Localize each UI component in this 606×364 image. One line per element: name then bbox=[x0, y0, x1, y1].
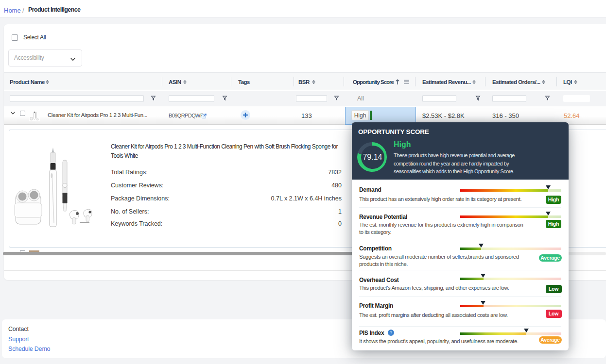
svg-text:~: ~ bbox=[31, 119, 32, 121]
